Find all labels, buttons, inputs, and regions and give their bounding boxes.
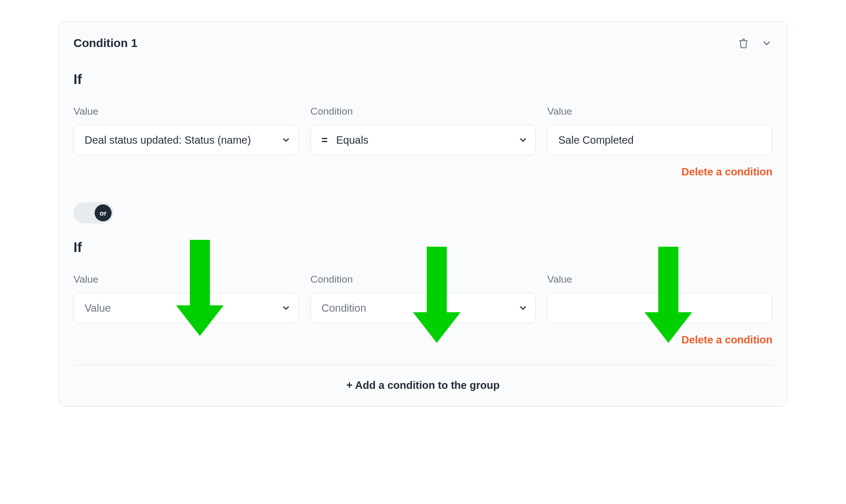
if-heading-1: If <box>73 71 773 88</box>
condition-op-text: Equals <box>336 134 369 146</box>
col-value-match-2: Value <box>547 274 773 323</box>
value-field-placeholder: Value <box>85 302 111 314</box>
value-match-text: Sale Completed <box>558 134 633 146</box>
toggle-thumb: or <box>95 204 112 221</box>
if-heading-2: If <box>73 239 773 256</box>
value-match-input-2[interactable] <box>547 293 773 323</box>
col-value-match-1: Value Sale Completed <box>547 106 773 155</box>
chevron-down-icon <box>518 135 528 145</box>
and-or-toggle[interactable]: or <box>73 202 114 223</box>
value-field-select-1[interactable]: Deal status updated: Status (name) <box>73 125 299 155</box>
delete-row-2: Delete a condition <box>73 334 773 346</box>
condition-row-1: Value Deal status updated: Status (name)… <box>73 106 773 155</box>
delete-condition-link[interactable]: Delete a condition <box>682 166 773 178</box>
col-value-1: Value Deal status updated: Status (name) <box>73 106 299 155</box>
trash-icon[interactable] <box>738 38 749 49</box>
condition-row-2: Value Value Condition Condition Value <box>73 274 773 323</box>
condition-label: Condition <box>310 274 536 285</box>
logic-toggle-wrap: or <box>73 202 773 223</box>
toggle-label: or <box>100 209 107 217</box>
condition-op-select-2[interactable]: Condition <box>310 293 536 323</box>
value-label: Value <box>73 274 299 285</box>
condition-card: Condition 1 If Value Deal status updated… <box>58 21 788 407</box>
card-title: Condition 1 <box>73 36 137 50</box>
chevron-down-icon <box>518 303 528 313</box>
condition-op-select-1[interactable]: = Equals <box>310 125 536 155</box>
chevron-down-icon <box>281 303 291 313</box>
value-field-text: Deal status updated: Status (name) <box>85 134 251 146</box>
delete-row-1: Delete a condition <box>73 166 773 178</box>
value-match-input-1[interactable]: Sale Completed <box>547 125 773 155</box>
chevron-down-icon <box>281 135 291 145</box>
condition-op-symbol: = <box>321 134 328 146</box>
value-label: Value <box>547 106 773 117</box>
col-condition-1: Condition = Equals <box>310 106 536 155</box>
card-actions <box>738 38 773 49</box>
delete-condition-link[interactable]: Delete a condition <box>682 334 773 346</box>
col-value-2: Value Value <box>73 274 299 323</box>
value-field-select-2[interactable]: Value <box>73 293 299 323</box>
condition-placeholder: Condition <box>321 302 366 314</box>
chevron-down-icon[interactable] <box>761 38 773 49</box>
col-condition-2: Condition Condition <box>310 274 536 323</box>
card-header: Condition 1 <box>73 36 773 50</box>
value-label: Value <box>73 106 299 117</box>
divider <box>73 365 773 366</box>
add-condition-button[interactable]: + Add a condition to the group <box>73 377 773 394</box>
value-label: Value <box>547 274 773 285</box>
condition-label: Condition <box>310 106 536 117</box>
